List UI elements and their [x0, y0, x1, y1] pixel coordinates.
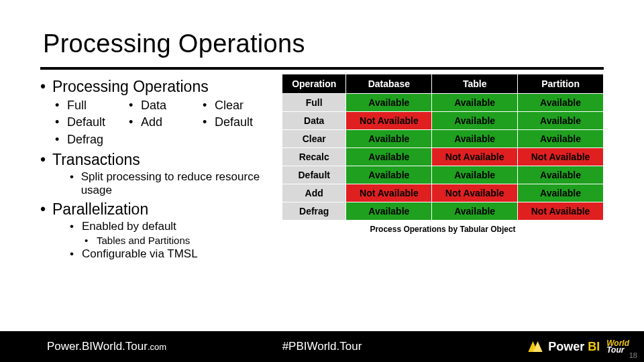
operations-table: Operation Database Table Partition FullA… — [282, 74, 604, 221]
table-body: FullAvailableAvailableAvailableDataNot A… — [282, 94, 604, 221]
cell-availability: Available — [518, 94, 604, 112]
footer-hashtag: #PBIWorld.Tour — [282, 340, 362, 353]
th-operation: Operation — [282, 74, 346, 94]
table-head: Operation Database Table Partition — [282, 74, 604, 94]
cell-availability: Available — [346, 94, 432, 112]
footer-url: Power.BIWorld.Tour.com — [47, 340, 166, 353]
slide: Processing Operations •Processing Operat… — [0, 0, 644, 362]
slide-title: Processing Operations — [43, 29, 305, 58]
bullet-text: Processing Operations — [52, 78, 209, 96]
table-column: Operation Database Table Partition FullA… — [282, 74, 604, 261]
title-rule — [40, 67, 604, 70]
slide-body: •Processing Operations •Full •Data •Clea… — [40, 74, 604, 261]
cell-availability: Available — [346, 202, 432, 221]
cell-operation: Recalc — [282, 148, 346, 166]
cell-availability: Available — [432, 166, 518, 184]
ops-row-2: •Default •Add •Default — [55, 114, 278, 131]
footer-url-main: Power.BIWorld.Tour — [47, 340, 148, 353]
bullet-op-defrag: •Defrag — [55, 133, 278, 147]
footer-url-suffix: .com — [148, 342, 166, 352]
th-table: Table — [432, 74, 518, 94]
cell-availability: Not Available — [346, 112, 432, 130]
bullet-op-add: •Add — [129, 115, 203, 129]
bullet-op-data: •Data — [129, 99, 203, 113]
table-row: AddNot AvailableNot AvailableAvailable — [282, 184, 604, 202]
bullet-parallelization: •Parallelization — [40, 200, 278, 219]
cell-availability: Not Available — [518, 148, 604, 166]
table-row: ClearAvailableAvailableAvailable — [282, 130, 604, 148]
cell-availability: Available — [346, 148, 432, 166]
bullets-column: •Processing Operations •Full •Data •Clea… — [40, 74, 282, 261]
cell-availability: Not Available — [518, 202, 604, 221]
table-row: DefragAvailableAvailableNot Available — [282, 202, 604, 221]
table-row: DataNot AvailableAvailableAvailable — [282, 112, 604, 130]
bullet-transactions-sub: •Split processing to reduce resource usa… — [70, 170, 278, 196]
cell-availability: Available — [432, 202, 518, 221]
bullet-op-full: •Full — [55, 99, 129, 113]
footer-logo: Power BI World Tour — [528, 340, 629, 354]
cell-availability: Available — [346, 130, 432, 148]
cell-operation: Add — [282, 184, 346, 202]
bullet-op-default: •Default — [55, 115, 129, 129]
bullet-op-clear: •Clear — [203, 99, 276, 113]
table-row: FullAvailableAvailableAvailable — [282, 94, 604, 112]
th-database: Database — [346, 74, 432, 94]
cell-availability: Not Available — [432, 148, 518, 166]
bullet-processing-operations: •Processing Operations — [40, 78, 278, 96]
cell-availability: Available — [518, 112, 604, 130]
ops-row-1: •Full •Data •Clear — [55, 97, 278, 114]
cell-availability: Available — [518, 166, 604, 184]
page-number: 18 — [629, 351, 637, 359]
cell-availability: Available — [518, 184, 604, 202]
cell-availability: Available — [518, 130, 604, 148]
bullet-transactions: •Transactions — [40, 151, 278, 169]
cell-availability: Available — [432, 130, 518, 148]
powerbi-logo-icon — [528, 341, 543, 352]
cell-availability: Available — [432, 112, 518, 130]
th-partition: Partition — [518, 74, 604, 94]
bullet-tables-partitions: •Tables and Partitions — [85, 235, 278, 246]
logo-subtext: World Tour — [606, 340, 629, 353]
cell-operation: Clear — [282, 130, 346, 148]
footer-bar: Power.BIWorld.Tour.com #PBIWorld.Tour Po… — [0, 331, 644, 362]
bullet-configurable-tmsl: •Configurable via TMSL — [70, 247, 278, 261]
bullet-op-default2: •Default — [203, 115, 276, 129]
table-row: DefaultAvailableAvailableAvailable — [282, 166, 604, 184]
cell-availability: Available — [346, 166, 432, 184]
cell-operation: Data — [282, 112, 346, 130]
cell-availability: Available — [432, 94, 518, 112]
table-caption: Process Operations by Tabular Object — [282, 225, 604, 234]
cell-availability: Not Available — [346, 184, 432, 202]
cell-operation: Defrag — [282, 202, 346, 221]
bullet-enabled-default: •Enabled by default — [70, 220, 278, 233]
cell-availability: Not Available — [432, 184, 518, 202]
logo-text: Power BI — [548, 340, 600, 354]
table-row: RecalcAvailableNot AvailableNot Availabl… — [282, 148, 604, 166]
cell-operation: Full — [282, 94, 346, 112]
cell-operation: Default — [282, 166, 346, 184]
